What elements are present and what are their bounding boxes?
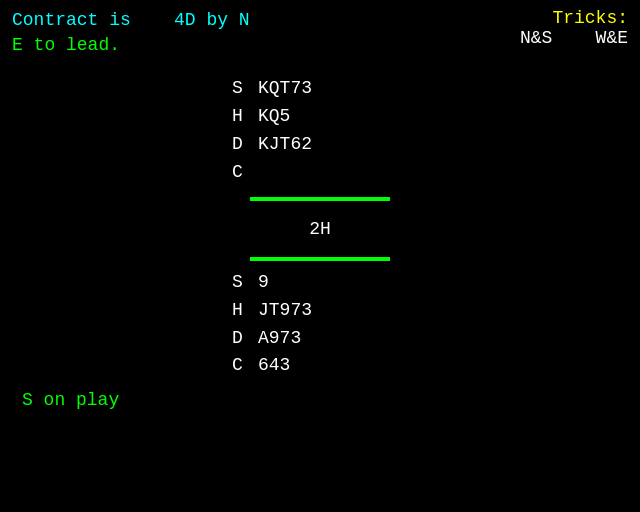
screen: Contract is 4D by N E to lead. Tricks: N… bbox=[0, 0, 640, 512]
contract-block: Contract is 4D by N E to lead. bbox=[12, 8, 250, 67]
tricks-ns: N&S bbox=[520, 28, 552, 48]
tricks-label: Tricks: bbox=[520, 8, 628, 28]
lower-clubs-value: 643 bbox=[258, 352, 290, 380]
upper-green-bar bbox=[250, 197, 390, 201]
lower-spades-value: 9 bbox=[258, 269, 269, 297]
contract-value: 4D by N bbox=[174, 10, 250, 30]
upper-hearts-label: H bbox=[232, 103, 250, 131]
upper-clubs-row: C bbox=[232, 159, 628, 187]
tricks-block: Tricks: N&S W&E bbox=[520, 8, 628, 48]
status-line: S on play bbox=[12, 390, 628, 410]
lower-spades-row: S 9 bbox=[232, 269, 628, 297]
upper-hearts-row: H KQ5 bbox=[232, 103, 628, 131]
upper-diamonds-row: D KJT62 bbox=[232, 131, 628, 159]
upper-spades-label: S bbox=[232, 75, 250, 103]
upper-clubs-label: C bbox=[232, 159, 250, 187]
upper-hand: S KQT73 H KQ5 D KJT62 C bbox=[12, 75, 628, 201]
lower-hand-block: S 9 H JT973 D A973 C 643 bbox=[232, 269, 628, 381]
upper-diamonds-label: D bbox=[232, 131, 250, 159]
tricks-values: N&S W&E bbox=[520, 28, 628, 48]
lower-clubs-row: C 643 bbox=[232, 352, 628, 380]
upper-hearts-value: KQ5 bbox=[258, 103, 290, 131]
upper-spades-value: KQT73 bbox=[258, 75, 312, 103]
contract-label: Contract is bbox=[12, 10, 131, 30]
upper-diamonds-value: KJT62 bbox=[258, 131, 312, 159]
lower-green-bar bbox=[250, 257, 390, 261]
contract-line: Contract is 4D by N bbox=[12, 8, 250, 33]
lower-clubs-label: C bbox=[232, 352, 250, 380]
lower-hearts-label: H bbox=[232, 297, 250, 325]
upper-spades-row: S KQT73 bbox=[232, 75, 628, 103]
lower-hand: S 9 H JT973 D A973 C 643 bbox=[12, 269, 628, 381]
lower-diamonds-value: A973 bbox=[258, 325, 301, 353]
lower-hearts-row: H JT973 bbox=[232, 297, 628, 325]
center-value: 2H bbox=[12, 219, 628, 239]
lead-line: E to lead. bbox=[12, 35, 250, 55]
lower-spades-label: S bbox=[232, 269, 250, 297]
top-bar: Contract is 4D by N E to lead. Tricks: N… bbox=[12, 8, 628, 67]
tricks-we: W&E bbox=[596, 28, 628, 48]
lower-diamonds-label: D bbox=[232, 325, 250, 353]
lower-hearts-value: JT973 bbox=[258, 297, 312, 325]
upper-hand-block: S KQT73 H KQ5 D KJT62 C bbox=[232, 75, 628, 187]
lower-diamonds-row: D A973 bbox=[232, 325, 628, 353]
